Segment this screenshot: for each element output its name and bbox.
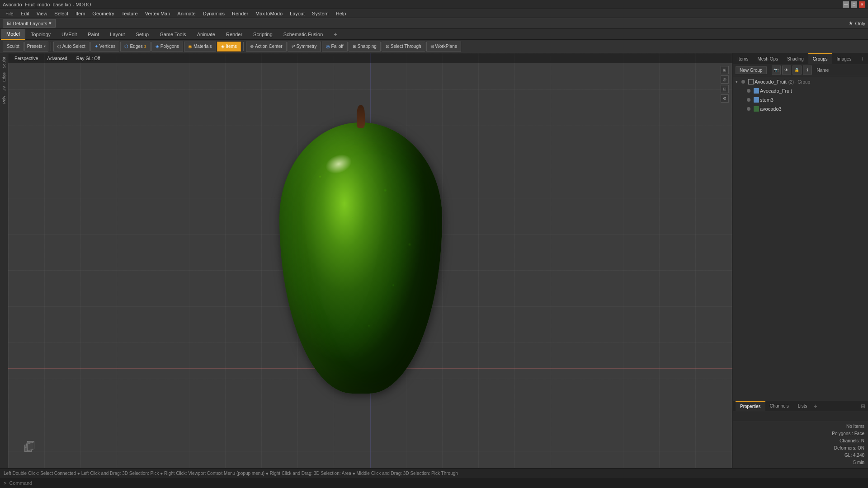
- tree-item[interactable]: avocado3: [733, 104, 868, 113]
- viewport-raygl-button[interactable]: Ray GL: Off: [74, 55, 103, 62]
- layout-icon: ⊞: [7, 20, 11, 26]
- vertices-label: Vertices: [99, 44, 116, 49]
- presets-button[interactable]: Presets ▾: [24, 42, 48, 52]
- tree-item[interactable]: stem3: [733, 95, 868, 104]
- menu-item-animate[interactable]: Animate: [174, 10, 199, 17]
- rp-info-btn[interactable]: ℹ: [803, 66, 812, 75]
- menu-item-select[interactable]: Select: [51, 10, 72, 17]
- mode-tab-scripting[interactable]: Scripting: [248, 29, 278, 40]
- rpanel-tab-items[interactable]: Items: [733, 53, 753, 64]
- vertices-button[interactable]: ✦ Vertices: [90, 42, 120, 52]
- visibility-toggle[interactable]: [745, 88, 752, 94]
- select-through-button[interactable]: ⊡ Select Through: [382, 42, 425, 52]
- add-bottom-tab-button[interactable]: +: [811, 403, 819, 410]
- bottom-tab-lists[interactable]: Lists: [793, 401, 812, 411]
- viewport-settings-icon[interactable]: ⚙: [721, 94, 729, 103]
- mode-tab-schematic-fusion[interactable]: Schematic Fusion: [278, 29, 328, 40]
- visibility-toggle[interactable]: [745, 106, 752, 112]
- sculpt-button[interactable]: Sculpt: [3, 42, 24, 52]
- rpanel-tab-images[interactable]: Images: [832, 53, 856, 64]
- left-tool-sculpt[interactable]: Sculpt: [1, 55, 7, 70]
- action-center-icon: ⊕: [250, 44, 254, 49]
- snapping-button[interactable]: ⊞ Snapping: [349, 42, 381, 52]
- new-group-button[interactable]: New Group: [736, 66, 767, 74]
- menu-item-view[interactable]: View: [33, 10, 51, 17]
- polygons-button[interactable]: ◈ Polygons: [151, 42, 183, 52]
- info-panel: No Items Polygons : Face Channels: N Def…: [733, 421, 868, 468]
- menu-item-texture[interactable]: Texture: [118, 10, 142, 17]
- mode-tab-layout[interactable]: Layout: [104, 29, 130, 40]
- edges-button[interactable]: ⬡ Edges 3: [120, 42, 150, 52]
- rpanel-tab-groups[interactable]: Groups: [808, 53, 832, 64]
- menu-item-file[interactable]: File: [2, 10, 17, 17]
- name-column-label: Name: [817, 68, 829, 73]
- menu-item-edit[interactable]: Edit: [17, 10, 33, 17]
- mode-tab-render[interactable]: Render: [221, 29, 248, 40]
- mode-tab-topology[interactable]: Topology: [25, 29, 56, 40]
- star-only-area: ★ Only: [849, 20, 865, 26]
- tree-item[interactable]: ▾Avocado_Fruit(2) · Group: [733, 77, 868, 86]
- layout-selector[interactable]: ⊞ Default Layouts ▾: [3, 19, 56, 28]
- workplane-button[interactable]: ⊟ WorkPlane: [426, 42, 462, 52]
- close-button[interactable]: ✕: [859, 1, 865, 8]
- tree-item-label: Avocado_Fruit: [760, 88, 792, 94]
- rp-eye-btn[interactable]: 👁: [782, 66, 791, 75]
- menu-item-help[interactable]: Help: [332, 10, 350, 17]
- rpanel-tab-mesh-ops[interactable]: Mesh Ops: [753, 53, 783, 64]
- panel-expand-icon[interactable]: ⊞: [861, 403, 865, 409]
- viewport-advanced-button[interactable]: Advanced: [44, 55, 70, 62]
- symmetry-button[interactable]: ⇌ Symmetry: [288, 42, 321, 52]
- bottom-tab-channels[interactable]: Channels: [765, 401, 793, 411]
- left-tool-poly[interactable]: Poly: [1, 94, 7, 106]
- polygons-icon: ◈: [156, 44, 159, 49]
- minimize-button[interactable]: —: [843, 1, 849, 8]
- tree-item[interactable]: Avocado_Fruit: [733, 86, 868, 95]
- menu-item-layout[interactable]: Layout: [286, 10, 308, 17]
- falloff-icon: ◎: [326, 44, 330, 49]
- rp-camera-btn[interactable]: 📷: [772, 66, 781, 75]
- gl-info: GL: 4,240: [736, 452, 864, 459]
- add-rpanel-tab-button[interactable]: +: [857, 53, 868, 64]
- menu-item-geometry[interactable]: Geometry: [89, 10, 118, 17]
- right-panel-toolbar: New Group 📷 👁 🔒 ℹ Name: [733, 64, 868, 76]
- layout-bar: ⊞ Default Layouts ▾ ★ Only: [0, 18, 868, 29]
- menu-item-system[interactable]: System: [308, 10, 332, 17]
- rpanel-tab-shading[interactable]: Shading: [783, 53, 808, 64]
- mode-tab-model[interactable]: Model: [1, 29, 25, 40]
- menu-item-maxtomodo[interactable]: MaxToModo: [252, 10, 286, 17]
- viewport-zoom-icon[interactable]: ⊞: [721, 66, 729, 74]
- action-center-button[interactable]: ⊕ Action Center: [246, 42, 287, 52]
- rp-lock-btn[interactable]: 🔒: [793, 66, 802, 75]
- falloff-button[interactable]: ◎ Falloff: [322, 42, 348, 52]
- items-button[interactable]: ◈ Items: [217, 42, 241, 52]
- visibility-toggle[interactable]: [740, 79, 746, 85]
- mode-tab-setup[interactable]: Setup: [130, 29, 154, 40]
- command-input[interactable]: [9, 480, 864, 486]
- right-panel-tabs: ItemsMesh OpsShadingGroupsImages+: [733, 53, 868, 64]
- maximize-button[interactable]: □: [851, 1, 857, 8]
- auto-select-button[interactable]: Auto Select: [53, 42, 90, 52]
- edges-count: 3: [144, 44, 146, 49]
- action-center-label: Action Center: [255, 44, 283, 49]
- viewport-3d[interactable]: Perspective Advanced Ray GL: Off ⊞ ◎ ⊡ ⚙: [8, 53, 732, 468]
- viewport-fit-icon[interactable]: ◎: [721, 75, 729, 84]
- mode-tab-uvedit[interactable]: UVEdit: [56, 29, 82, 40]
- left-tool-uv[interactable]: UV: [1, 84, 7, 94]
- viewport-expand-icon[interactable]: ⊡: [721, 85, 729, 93]
- materials-button[interactable]: ◉ Materials: [184, 42, 216, 52]
- snapping-icon: ⊞: [353, 44, 356, 49]
- menu-item-vertex map[interactable]: Vertex Map: [142, 10, 174, 17]
- orientation-cube[interactable]: [21, 441, 34, 455]
- menu-item-render[interactable]: Render: [228, 10, 252, 17]
- mode-tab-paint[interactable]: Paint: [82, 29, 104, 40]
- bottom-tab-properties[interactable]: Properties: [736, 401, 765, 411]
- mode-tab-game-tools[interactable]: Game Tools: [154, 29, 192, 40]
- viewport-perspective-button[interactable]: Perspective: [12, 55, 41, 62]
- mode-tab-animate[interactable]: Animate: [192, 29, 221, 40]
- command-bar[interactable]: >: [0, 478, 868, 488]
- left-tool-edge[interactable]: Edge: [1, 70, 7, 84]
- menu-item-item[interactable]: Item: [72, 10, 89, 17]
- add-mode-tab-button[interactable]: +: [328, 29, 343, 40]
- menu-item-dynamics[interactable]: Dynamics: [199, 10, 228, 17]
- visibility-toggle[interactable]: [745, 97, 752, 103]
